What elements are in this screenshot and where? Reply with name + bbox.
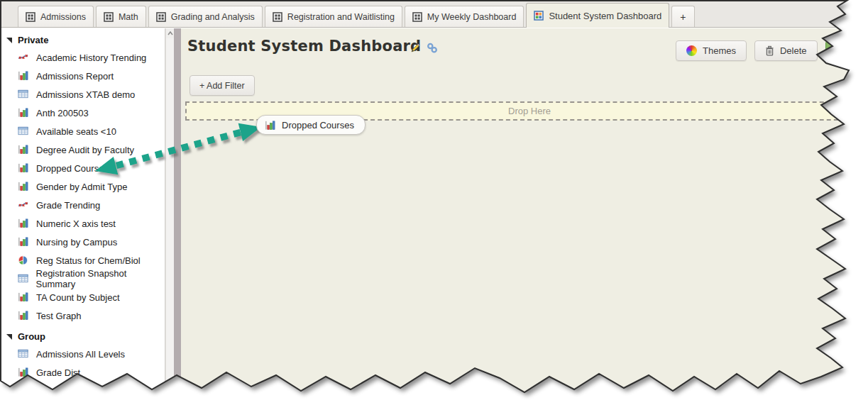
tree-item-label: Registration Snapshot Summary bbox=[36, 268, 165, 289]
bar-chart-icon bbox=[265, 120, 275, 131]
sidebar-splitter[interactable] bbox=[174, 28, 181, 405]
tab-label: Registration and Waitlisting bbox=[287, 12, 395, 22]
grid-color-icon bbox=[534, 11, 544, 21]
tab-label: + bbox=[680, 11, 686, 23]
tree-expander-icon bbox=[6, 334, 12, 340]
delete-button-label: Delete bbox=[780, 45, 807, 56]
tree-item-label: Grade Dist bbox=[36, 367, 80, 378]
tab-label: Grading and Analysis bbox=[171, 12, 255, 22]
tree-item-label: Available seats <10 bbox=[36, 126, 116, 137]
themes-button-label: Themes bbox=[703, 45, 736, 56]
bar-chart-icon bbox=[18, 292, 29, 303]
tree-item-label: Admissions Report bbox=[36, 71, 114, 82]
tree-item-grade-trending[interactable]: Grade Trending bbox=[1, 196, 165, 214]
tree-item-admissions-xtab-demo[interactable]: Admissions XTAB demo bbox=[1, 85, 165, 104]
tree-item-anth-200503[interactable]: Anth 200503 bbox=[1, 104, 165, 122]
delete-button[interactable]: Delete bbox=[754, 40, 818, 61]
tree-item-label: Numeric X axis test bbox=[36, 218, 116, 229]
tab-plus[interactable]: + bbox=[671, 6, 694, 27]
tree-item-test-graph[interactable]: Test Graph bbox=[1, 306, 165, 325]
share-link-icon[interactable] bbox=[427, 43, 438, 54]
application-window: AdmissionsMathGrading and AnalysisRegist… bbox=[0, 0, 868, 405]
sidebar-scrollbar[interactable] bbox=[165, 28, 174, 405]
tree-item-available-seats-10[interactable]: Available seats <10 bbox=[1, 122, 165, 140]
tree-section-group[interactable]: Group bbox=[1, 325, 165, 345]
grid-icon bbox=[156, 12, 166, 22]
tab-registration-and-waitlisting[interactable]: Registration and Waitlisting bbox=[265, 6, 402, 27]
tree-item-label: Gender by Admit Type bbox=[36, 182, 127, 192]
tab-my-weekly-dashboard[interactable]: My Weekly Dashboard bbox=[405, 6, 524, 27]
tree-item-label: Admissions XTAB demo bbox=[36, 89, 135, 100]
grid-icon bbox=[273, 12, 282, 22]
table-icon bbox=[18, 348, 29, 360]
bar-chart-icon bbox=[18, 218, 29, 229]
tree-item-label: Academic History Trending bbox=[36, 52, 146, 63]
add-filter-button[interactable]: + Add Filter bbox=[189, 75, 255, 96]
tree-item-label: Reg Status for Chem/Biol bbox=[36, 255, 141, 266]
title-tools bbox=[410, 43, 438, 54]
scroll-up-button[interactable] bbox=[166, 28, 174, 38]
tab-label: Admissions bbox=[40, 12, 86, 22]
grid-icon bbox=[412, 12, 422, 22]
tree-section-label: Group bbox=[18, 331, 45, 342]
tree-expander-icon bbox=[6, 38, 12, 43]
tab-student-system-dashboard[interactable]: Student System Dashboard bbox=[526, 3, 669, 28]
dashboard-tab-bar: AdmissionsMathGrading and AnalysisRegist… bbox=[1, 1, 868, 28]
report-tree-sidebar: PrivateAcademic History TrendingAdmissio… bbox=[1, 28, 165, 405]
bar-chart-icon bbox=[18, 107, 29, 118]
tree-item-label: Degree Audit by Faculty bbox=[36, 145, 134, 155]
tree-item-gender-by-admit-type[interactable]: Gender by Admit Type bbox=[1, 177, 165, 196]
tree-item-registration-snapshot-summary[interactable]: Registration Snapshot Summary bbox=[1, 270, 165, 288]
trend-icon bbox=[18, 52, 29, 63]
tree-section-private[interactable]: Private bbox=[1, 28, 165, 48]
chevron-up-icon bbox=[167, 30, 174, 36]
table-icon bbox=[18, 89, 29, 100]
dragged-report-chip[interactable]: Dropped Courses bbox=[256, 115, 366, 135]
bar-chart-icon bbox=[18, 144, 29, 155]
tree-item-numeric-x-axis-test[interactable]: Numeric X axis test bbox=[1, 214, 165, 233]
drag-chip-label: Dropped Courses bbox=[282, 120, 354, 131]
tree-item-label: Nursing by Campus bbox=[36, 237, 117, 248]
tree-item-label: Anth 200503 bbox=[36, 108, 89, 118]
tab-math[interactable]: Math bbox=[96, 6, 146, 27]
page-title: Student System Dashboard bbox=[187, 38, 421, 55]
bar-chart-icon bbox=[18, 162, 29, 174]
tree-item-label: TA Count by Subject bbox=[36, 292, 120, 303]
table-icon bbox=[18, 126, 29, 137]
tab-grading-and-analysis[interactable]: Grading and Analysis bbox=[148, 6, 263, 27]
color-wheel-icon bbox=[686, 45, 697, 56]
edit-pencil-icon[interactable] bbox=[410, 43, 421, 54]
tab-admissions[interactable]: Admissions bbox=[18, 6, 94, 27]
tab-label: Math bbox=[119, 12, 138, 22]
tree-item-label: Admissions All Levels bbox=[36, 349, 125, 360]
pie-icon bbox=[18, 255, 29, 266]
bar-chart-icon bbox=[18, 310, 29, 321]
tree-section-label: Private bbox=[18, 35, 48, 45]
tab-label: My Weekly Dashboard bbox=[427, 12, 517, 22]
grid-icon bbox=[26, 12, 35, 22]
tree-item-dropped-courses[interactable]: Dropped Courses bbox=[1, 159, 165, 177]
tree-item-degree-audit-by-faculty[interactable]: Degree Audit by Faculty bbox=[1, 140, 165, 159]
trash-icon bbox=[765, 45, 774, 56]
tree-item-nursing-by-campus[interactable]: Nursing by Campus bbox=[1, 233, 165, 251]
tab-label: Student System Dashboard bbox=[549, 11, 661, 21]
add-filter-label: + Add Filter bbox=[199, 81, 245, 91]
grid-icon bbox=[104, 12, 114, 22]
dashboard-canvas: Student System Dashboard bbox=[181, 28, 868, 405]
tree-item-reg-status-for-chem-biol[interactable]: Reg Status for Chem/Biol bbox=[1, 251, 165, 270]
tree-item-label: Dropped Courses bbox=[36, 163, 109, 174]
bar-chart-icon bbox=[18, 181, 29, 192]
trend-icon bbox=[18, 199, 29, 211]
ui-root: AdmissionsMathGrading and AnalysisRegist… bbox=[0, 0, 868, 405]
table-icon bbox=[18, 273, 29, 284]
tree-item-academic-history-trending[interactable]: Academic History Trending bbox=[1, 48, 165, 67]
themes-button[interactable]: Themes bbox=[676, 40, 747, 61]
tree-item-admissions-report[interactable]: Admissions Report bbox=[1, 67, 165, 85]
drop-zone-placeholder: Drop Here bbox=[508, 106, 551, 116]
tree-item-label: Grade Trending bbox=[36, 200, 100, 211]
tree-item-ta-count-by-subject[interactable]: TA Count by Subject bbox=[1, 288, 165, 306]
bar-chart-icon bbox=[18, 236, 29, 248]
tree-item-admissions-all-levels[interactable]: Admissions All Levels bbox=[1, 345, 165, 363]
tree-item-label: Test Graph bbox=[36, 311, 82, 321]
bar-chart-icon bbox=[18, 70, 29, 82]
